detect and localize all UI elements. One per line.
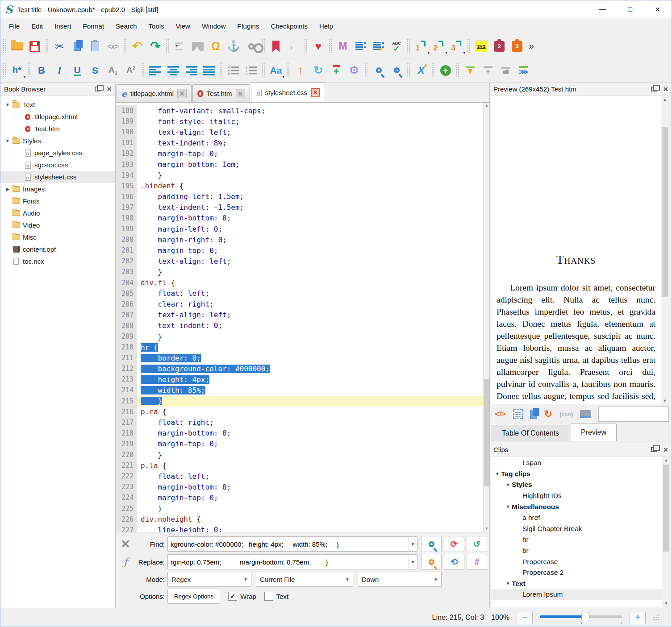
- wrap-checkbox-box[interactable]: ✓: [228, 592, 237, 601]
- clip-item-hr[interactable]: hr: [491, 534, 662, 545]
- find-next-button[interactable]: [421, 536, 442, 552]
- collapse-icon[interactable]: ▼: [4, 138, 11, 143]
- wrap-checkbox[interactable]: ✓ Wrap: [228, 592, 256, 601]
- tree-item-Styles[interactable]: ▼Styles: [0, 135, 115, 147]
- tree-item-Text[interactable]: ▼Text: [0, 99, 115, 111]
- toolbar-grip[interactable]: [45, 39, 49, 54]
- toolbar-grip[interactable]: [3, 39, 7, 54]
- plugin-3-button[interactable]: 3: [508, 37, 526, 56]
- edit-toc-button[interactable]: [370, 37, 388, 56]
- index-2-button[interactable]: 2▾: [430, 37, 448, 56]
- clip-item-a-href[interactable]: a href: [491, 512, 662, 523]
- grow-image-button[interactable]: ↑: [292, 61, 309, 80]
- tab-close-icon[interactable]: ✕: [177, 89, 187, 98]
- clip-item-styles[interactable]: ▼Styles: [491, 479, 662, 490]
- bookmark-button[interactable]: [267, 37, 285, 56]
- toolbar-grip[interactable]: [456, 63, 460, 78]
- tree-item-stylesheet.css[interactable]: ⚙stylesheet.css: [0, 171, 115, 183]
- clip-item-tag-clips[interactable]: ▼Tag clips: [491, 469, 662, 480]
- special-character-button[interactable]: Ω: [207, 37, 225, 56]
- refresh-icon[interactable]: ↻: [544, 408, 552, 420]
- regex-options-button[interactable]: Regex Options: [167, 589, 220, 604]
- scroll-up-icon[interactable]: ▲: [484, 103, 489, 109]
- clip-item-lorem-ipsum[interactable]: Lorem Ipsum: [491, 589, 662, 600]
- tree-item-toc.ncx[interactable]: toc.ncx: [0, 255, 115, 267]
- preferences-button[interactable]: ⚙: [345, 61, 363, 80]
- insert-link-button[interactable]: [242, 37, 260, 56]
- clip-item-propercase-2[interactable]: Propercase 2: [491, 567, 662, 578]
- replace-all-button[interactable]: ⟲: [444, 554, 464, 570]
- preview-scrollbar-thumb[interactable]: [662, 127, 668, 297]
- mend-button[interactable]: M: [334, 37, 352, 56]
- replace-current-button[interactable]: ⟳: [444, 536, 464, 552]
- find-input[interactable]: [168, 537, 408, 551]
- toolbar-grip[interactable]: [262, 63, 266, 78]
- menu-edit[interactable]: Edit: [25, 20, 49, 33]
- scroll-down-icon[interactable]: ▼: [484, 526, 489, 532]
- menu-insert[interactable]: Insert: [49, 20, 77, 33]
- paste-button[interactable]: [86, 37, 104, 56]
- scroll-up-icon[interactable]: ▲: [661, 96, 669, 103]
- insert-image-button[interactable]: [189, 37, 207, 56]
- tab-stylesheet.css[interactable]: ⚙stylesheet.css✕: [251, 82, 325, 102]
- text-casing-button[interactable]: Aa▾: [267, 61, 285, 80]
- copy-html-icon[interactable]: [530, 410, 537, 419]
- save-button[interactable]: [26, 37, 44, 56]
- menu-view[interactable]: View: [170, 20, 196, 33]
- strikethrough-button[interactable]: S: [86, 61, 104, 80]
- clip-item-br[interactable]: br: [491, 545, 662, 556]
- css-stamp-icon[interactable]: (css): [559, 411, 573, 418]
- tree-item-Video[interactable]: Video: [0, 219, 115, 231]
- scroll-down-icon[interactable]: ▼: [662, 600, 670, 607]
- clip-item-text[interactable]: ▼Text: [491, 578, 662, 590]
- replace-dropdown-icon[interactable]: ▼: [408, 555, 417, 569]
- subscript-button[interactable]: A2: [104, 61, 122, 80]
- toolbar-grip[interactable]: [123, 39, 127, 54]
- align-justify-button[interactable]: [200, 61, 218, 80]
- well-formed-check-button[interactable]: X: [412, 61, 430, 80]
- tree-item-sgc-toc.css[interactable]: ⚙sgc-toc.css: [0, 159, 115, 171]
- zoom-in-button[interactable]: +: [630, 611, 646, 624]
- close-button[interactable]: ✕: [644, 0, 672, 18]
- toolbar-grip[interactable]: [407, 63, 411, 78]
- italic-button[interactable]: I: [50, 61, 68, 80]
- index-1-button[interactable]: 1▾: [412, 37, 430, 56]
- close-find-icon[interactable]: ✕: [116, 537, 135, 551]
- copy-button[interactable]: [68, 37, 86, 56]
- toolbar-grip[interactable]: [364, 63, 368, 78]
- close-dock-icon[interactable]: ×: [663, 446, 668, 454]
- checkpoint-diff-button[interactable]: ⋙: [515, 61, 533, 80]
- text-checkbox[interactable]: Text: [264, 592, 289, 601]
- clip-item-&nbsp;[interactable]: [491, 600, 662, 607]
- checkpoint-edit-button[interactable]: [461, 61, 479, 80]
- tab-Test.htm[interactable]: Test.htm✕: [192, 84, 250, 102]
- menu-format[interactable]: Format: [77, 20, 110, 33]
- clip-item-sigil-chapter-break[interactable]: Sigil Chapter Break: [491, 523, 662, 535]
- direction-select[interactable]: Down▼: [358, 572, 442, 587]
- toolbar-grip[interactable]: [141, 63, 145, 78]
- tab-titlepage.xhtml[interactable]: etitlepage.xhtml✕: [117, 84, 192, 102]
- clip-item-i-span[interactable]: I span: [491, 457, 662, 469]
- toolbar-grip[interactable]: [27, 63, 31, 78]
- checkpoint-add-button[interactable]: +: [479, 61, 497, 80]
- preview-scrollbar[interactable]: ▲ ▼: [661, 96, 669, 404]
- bullet-list-button[interactable]: [225, 61, 242, 80]
- find-replace-button[interactable]: [370, 61, 388, 80]
- rotate-button[interactable]: ↻: [309, 61, 327, 80]
- tree-item-Audio[interactable]: Audio: [0, 207, 115, 219]
- float-dock-icon[interactable]: [95, 87, 100, 91]
- back-link-button[interactable]: ←: [285, 37, 303, 56]
- anchor-button[interactable]: ⚓: [225, 37, 242, 56]
- menu-search[interactable]: Search: [110, 20, 143, 33]
- spellcheck-button[interactable]: ABC✓: [388, 37, 405, 56]
- tree-item-titlepage.xhtml[interactable]: titlepage.xhtml: [0, 111, 115, 123]
- float-dock-icon[interactable]: [651, 447, 657, 452]
- code-editor[interactable]: 188 font-variant: small-caps;189 font-st…: [116, 103, 489, 532]
- align-center-button[interactable]: [164, 61, 182, 80]
- replace-combobox[interactable]: ▼: [167, 554, 417, 569]
- xml-code-button[interactable]: <x>: [104, 37, 122, 56]
- redo-button[interactable]: ↷: [146, 37, 164, 56]
- tree-item-Images[interactable]: ▶Images: [0, 183, 115, 195]
- editor-scrollbar-thumb[interactable]: [484, 379, 489, 486]
- heading-button[interactable]: h*▾: [8, 61, 26, 80]
